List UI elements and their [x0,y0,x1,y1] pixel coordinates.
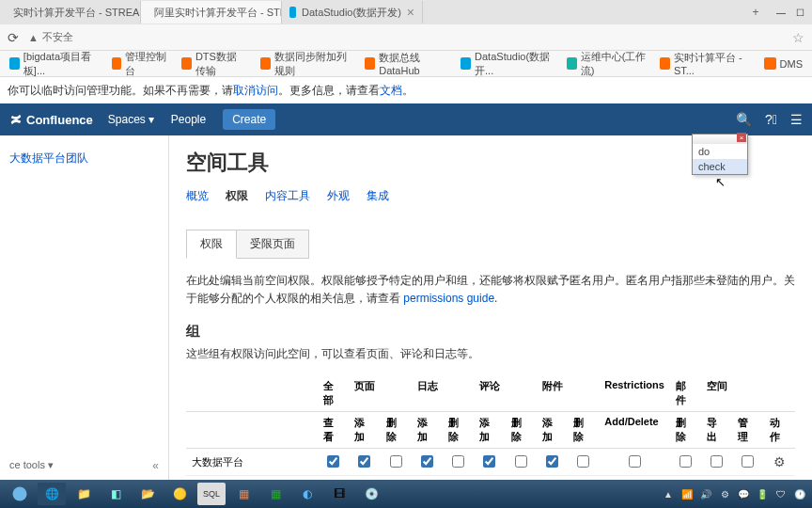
permissions-desc: 在此处编辑当前空间权限。权限能够授予特定的用户和组，还能够将权限赋予匿名用户。匿… [186,272,795,308]
tab-content-tools[interactable]: 内容工具 [265,188,310,210]
tray-icon[interactable]: 💬 [737,487,750,500]
bookmark-6[interactable]: 运维中心(工作流) [567,50,647,78]
nav-spaces[interactable]: Spaces▾ [108,113,154,126]
close-icon[interactable]: × [407,5,414,20]
perm-check-blog-del[interactable] [452,455,464,468]
task-chrome[interactable]: 🟡 [165,483,194,505]
perm-check-admin[interactable] [742,455,754,468]
start-button[interactable] [6,483,34,505]
tray-icon[interactable]: 🔊 [699,487,712,500]
taskbar: 🌐 📁 ◧ 📂 🟡 SQL ▦ ▦ ◐ 🎞 💿 ▲ 📶 🔊 ⚙ 💬 🔋 🛡 🕐 [0,480,812,508]
sub-add: 添加 [349,412,380,449]
perm-check-attach-del[interactable] [577,455,589,468]
bookmark-4[interactable]: 数据总线DataHub [365,51,447,76]
tray-icon[interactable]: 📶 [680,487,694,500]
doc-link[interactable]: 文档 [380,83,402,99]
sub-view: 查看 [318,412,349,449]
task-media[interactable]: 🎞 [325,483,353,505]
bookmark-icon [260,57,271,70]
maximize-button[interactable]: ☐ [791,6,808,19]
menu-icon[interactable]: ☰ [790,112,803,127]
tray-icon[interactable]: 🛡 [774,487,788,500]
bookmark-label: DataStudio(数据开... [475,50,554,78]
gear-icon[interactable]: ⚙ [773,454,786,469]
new-tab-button[interactable]: + [746,6,765,19]
perm-check-export[interactable] [710,455,723,468]
th-attach: 附件 [537,375,600,412]
ac-item-do[interactable]: do [693,144,747,159]
th-page: 页面 [349,375,412,412]
task-app3[interactable]: 💿 [357,483,385,505]
task-excel[interactable]: ▦ [261,483,289,505]
sub-action: 动作 [764,412,795,449]
tray-icon[interactable]: 🔋 [756,487,769,500]
tray-icon[interactable]: ⚙ [718,487,731,500]
bookmark-7[interactable]: 实时计算平台 - ST... [660,51,751,76]
permissions-table: 全部 页面 日志 评论 附件 Restrictions 邮件 空间 查看 添加 … [186,375,795,476]
tray-icon[interactable]: ▲ [662,487,675,500]
sidebar-team-link[interactable]: 大数据平台团队 [9,151,88,165]
reload-icon[interactable]: ⟳ [8,30,19,45]
bookmark-label: 运维中心(工作流) [581,50,647,78]
tab-integrations[interactable]: 集成 [367,188,389,210]
search-icon[interactable]: 🔍 [736,112,752,127]
confluence-logo[interactable]: Confluence [9,113,93,127]
task-folder[interactable]: 📂 [133,483,162,505]
task-app1[interactable]: ◧ [102,483,130,505]
insecure-badge[interactable]: ▲ 不安全 [28,30,73,44]
bookmark-1[interactable]: 管理控制台 [112,50,169,78]
browser-tab-2[interactable]: DataStudio(数据开发) × [282,1,423,24]
bookmark-icon [461,57,471,70]
minimize-button[interactable]: — [773,6,789,19]
task-ie[interactable]: 🌐 [38,483,66,505]
tab-permissions[interactable]: 权限 [226,188,248,210]
collapse-icon[interactable]: « [152,459,159,472]
tray-icon[interactable]: 🕐 [793,487,806,500]
table-row: 大数据平台 ⚙ [186,449,795,476]
perm-check-page-del[interactable] [390,455,402,468]
th-restrict: Restrictions [599,375,670,412]
bookmark-3[interactable]: 数据同步附加列规则 [260,50,352,78]
bookmark-label: DMS [780,58,803,70]
bookmark-5[interactable]: DataStudio(数据开... [461,50,554,78]
subtab-restricted[interactable]: 受限页面 [237,230,309,259]
bookmark-label: 数据总线DataHub [379,51,447,76]
bookmark-2[interactable]: DTS数据传输 [181,50,247,78]
perm-check-restrict[interactable] [629,455,641,468]
bookmark-8[interactable]: DMS [764,57,803,70]
sub-del: 删除 [568,412,599,449]
permissions-guide-link[interactable]: permissions guide [403,292,494,305]
confluence-icon [9,113,23,126]
task-explorer[interactable]: 📁 [70,483,98,505]
task-ppt[interactable]: ▦ [229,483,258,505]
perm-check-page-add[interactable] [358,455,370,468]
sidebar-tools[interactable]: ce tools ▾ [9,459,54,472]
content: 大数据平台团队 ce tools ▾ « 空间工具 概览 权限 内容工具 外观 … [0,135,812,480]
perm-check-comment-del[interactable] [515,455,527,468]
perm-check-comment-add[interactable] [483,455,495,468]
perm-check-blog-add[interactable] [421,455,433,468]
cancel-access-link[interactable]: 取消访问 [233,83,278,99]
close-icon[interactable]: × [737,133,746,142]
browser-tab-0[interactable]: 实时计算开发平台 - STREA × [0,1,141,24]
nav-people[interactable]: People [171,113,206,126]
subtab-permissions[interactable]: 权限 [186,230,237,259]
ac-item-check[interactable]: check [693,159,747,174]
tab-look[interactable]: 外观 [327,188,350,210]
th-comment: 评论 [474,375,537,412]
sub-admin: 管理 [732,412,763,449]
perm-check-all[interactable] [327,455,339,468]
perm-check-attach-add[interactable] [546,455,558,468]
bookmark-label: DTS数据传输 [195,50,247,78]
create-button[interactable]: Create [223,109,275,130]
tab-overview[interactable]: 概览 [186,188,209,210]
bookmark-0[interactable]: [bigdata项目看板]... [9,50,99,78]
task-app2[interactable]: ◐ [293,483,321,505]
browser-tab-1[interactable]: 阿里实时计算开发平台 - STREA × [141,1,282,24]
row-name: 大数据平台 [186,449,318,476]
perm-check-mail-del[interactable] [679,455,692,468]
tabs: 概览 权限 内容工具 外观 集成 [186,188,795,211]
help-icon[interactable]: ?⃝ [765,112,777,127]
star-icon[interactable]: ☆ [792,30,804,45]
task-sql[interactable]: SQL [197,483,226,505]
